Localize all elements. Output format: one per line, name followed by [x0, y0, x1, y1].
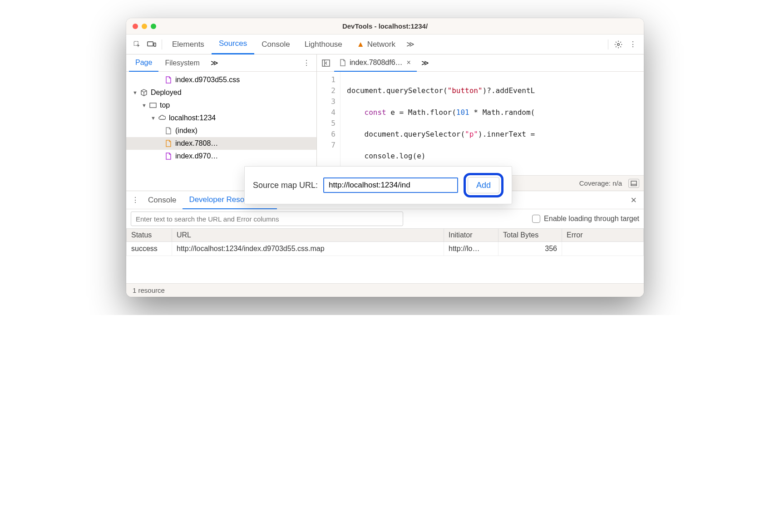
drawer-close-icon[interactable]: ×: [626, 194, 641, 206]
cell-status: success: [127, 242, 172, 256]
svg-rect-1: [148, 42, 153, 46]
navigator-tabs-overflow[interactable]: ≫: [208, 59, 221, 67]
tree-label: index.7808…: [175, 139, 218, 148]
tab-elements[interactable]: Elements: [165, 34, 212, 54]
navigator-menu-icon[interactable]: ⋮: [299, 59, 314, 67]
add-button[interactable]: Add: [468, 177, 499, 193]
close-tab-icon[interactable]: ×: [405, 59, 412, 67]
tabs-overflow[interactable]: ≫: [403, 34, 418, 54]
tree-item-deployed[interactable]: ▼ Deployed: [126, 86, 316, 99]
devtools-window: DevTools - localhost:1234/ Elements Sour…: [126, 18, 644, 297]
frame-icon: [149, 101, 157, 109]
svg-rect-2: [154, 43, 156, 46]
tree-item-css[interactable]: index.d9703d55.css: [126, 74, 316, 86]
coverage-label: Coverage: n/a: [579, 179, 622, 187]
navigator-tabs: Page Filesystem ≫ ⋮: [126, 54, 316, 72]
col-initiator[interactable]: Initiator: [444, 229, 499, 242]
inspect-icon[interactable]: [130, 37, 144, 52]
file-icon: [164, 76, 173, 84]
tree-label: index.d9703d55.css: [175, 76, 240, 84]
editor-tabbar: index.7808df6… × ≫: [317, 54, 644, 72]
cell-initiator: http://lo…: [444, 242, 499, 256]
tree-label: Deployed: [151, 89, 182, 97]
table-header-row: Status URL Initiator Total Bytes Error: [127, 229, 644, 242]
col-url[interactable]: URL: [172, 229, 444, 242]
cell-url: http://localhost:1234/index.d9703d55.css…: [172, 242, 444, 256]
drawer-footer: 1 resource: [126, 283, 644, 297]
separator: [162, 39, 162, 49]
navigator-tab-page[interactable]: Page: [129, 54, 158, 72]
tab-sources[interactable]: Sources: [212, 34, 254, 54]
tree-item-index[interactable]: (index): [126, 124, 316, 137]
main-tabbar: Elements Sources Console Lighthouse ▲ Ne…: [126, 34, 644, 54]
toggle-navigator-icon[interactable]: [320, 57, 332, 69]
add-button-highlight: Add: [464, 173, 503, 197]
tree-item-top[interactable]: ▼ top: [126, 99, 316, 112]
tab-network[interactable]: ▲ Network: [350, 34, 403, 54]
file-icon: [339, 59, 347, 67]
tab-console[interactable]: Console: [254, 34, 297, 54]
tree-label: (index): [175, 127, 197, 135]
svg-rect-7: [631, 181, 637, 186]
device-toggle-icon[interactable]: [144, 37, 159, 52]
tree-item-host[interactable]: ▼ localhost:1234: [126, 112, 316, 124]
tree-label: localhost:1234: [169, 114, 216, 122]
source-map-url-dialog: Source map URL: Add: [244, 166, 512, 204]
expand-icon: ▼: [133, 90, 137, 95]
warning-icon: ▲: [357, 40, 365, 49]
table-row-empty: [127, 256, 644, 283]
checkbox-label: Enable loading through target: [544, 215, 639, 223]
drawer: ⋮ Console Developer Resources × × Enable…: [126, 191, 644, 297]
code-editor[interactable]: 1 2 3 4 5 6 7 document.querySelector("bu…: [317, 72, 644, 175]
file-tabs-overflow[interactable]: ≫: [419, 59, 432, 67]
drawer-menu-icon[interactable]: ⋮: [129, 196, 142, 204]
resource-count: 1 resource: [133, 286, 165, 294]
cube-icon: [140, 89, 148, 97]
svg-point-3: [617, 43, 620, 45]
tree-item-css2[interactable]: index.d970…: [126, 150, 316, 163]
search-input[interactable]: [131, 212, 403, 226]
resources-table: Status URL Initiator Total Bytes Error s…: [126, 228, 644, 283]
line-gutter: 1 2 3 4 5 6 7: [317, 72, 341, 175]
expand-icon: ▼: [151, 115, 155, 121]
drawer-toolbar: Enable loading through target: [126, 209, 644, 228]
col-status[interactable]: Status: [127, 229, 172, 242]
file-icon: [164, 139, 173, 148]
cell-bytes: 356: [499, 242, 562, 256]
table-row[interactable]: success http://localhost:1234/index.d970…: [127, 242, 644, 256]
cloud-icon: [158, 114, 166, 122]
tree-label: index.d970…: [175, 152, 218, 160]
navigator-tab-filesystem[interactable]: Filesystem: [158, 54, 206, 72]
cell-error: [562, 242, 644, 256]
checkbox-icon: [532, 215, 540, 223]
svg-rect-4: [150, 103, 156, 108]
file-tab-active[interactable]: index.7808df6… ×: [334, 54, 417, 72]
expand-icon: ▼: [142, 103, 146, 108]
popup-label: Source map URL:: [253, 181, 318, 190]
window-title: DevTools - localhost:1234/: [126, 22, 644, 30]
titlebar: DevTools - localhost:1234/: [126, 18, 644, 34]
tab-lighthouse[interactable]: Lighthouse: [297, 34, 350, 54]
file-tab-label: index.7808df6…: [350, 59, 403, 67]
file-icon: [164, 127, 173, 135]
file-icon: [164, 152, 173, 160]
col-error[interactable]: Error: [562, 229, 644, 242]
show-details-icon[interactable]: [628, 179, 639, 188]
separator: [608, 39, 608, 49]
tree-item-js-selected[interactable]: index.7808…: [126, 137, 316, 150]
source-map-url-input[interactable]: [323, 177, 458, 193]
tab-network-label: Network: [367, 40, 395, 49]
enable-loading-checkbox[interactable]: Enable loading through target: [532, 215, 639, 223]
kebab-menu-icon[interactable]: ⋮: [626, 37, 640, 52]
tree-label: top: [160, 101, 170, 109]
code-content: document.querySelector("button")?.addEve…: [341, 72, 644, 175]
settings-icon[interactable]: [611, 37, 626, 52]
main-area: Page Filesystem ≫ ⋮ index.d9703d55.css ▼…: [126, 54, 644, 191]
col-bytes[interactable]: Total Bytes: [499, 229, 562, 242]
drawer-tab-console[interactable]: Console: [142, 191, 183, 209]
